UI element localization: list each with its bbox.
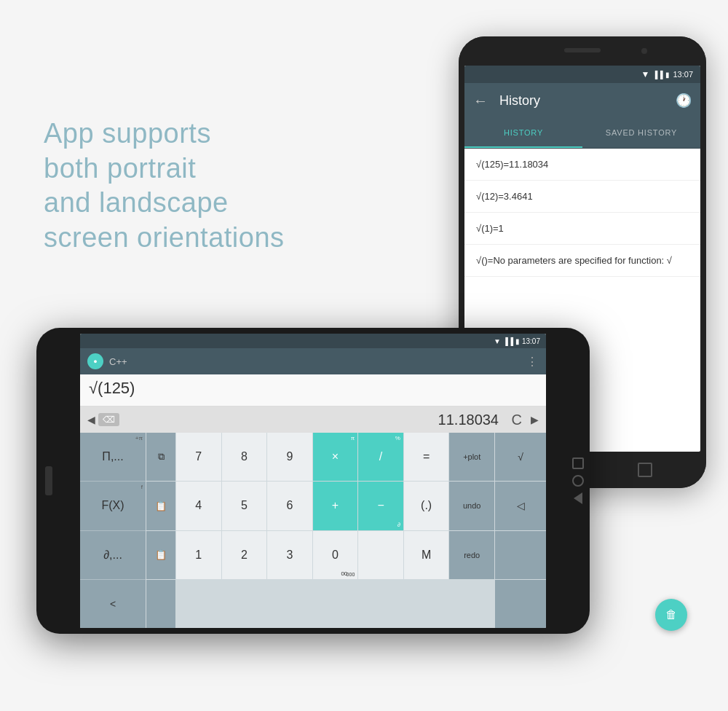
list-item[interactable]: √(12)=3.4641 (464, 181, 700, 213)
key-paste[interactable]: 📋 (146, 482, 175, 530)
status-time: 13:07 (673, 70, 693, 79)
display-expression: √(125) (89, 379, 135, 397)
key-equals[interactable]: = (404, 433, 449, 481)
tagline-text: App supports both portrait and landscape… (44, 117, 285, 255)
key-right-extra[interactable] (495, 531, 546, 579)
list-item[interactable]: √()=No parameters are specified for func… (464, 245, 700, 277)
back-arrow-icon[interactable]: ← (473, 93, 488, 109)
key-plus[interactable]: + (313, 482, 358, 530)
key-5[interactable]: 5 (222, 482, 267, 530)
key-8[interactable]: 8 (222, 433, 267, 481)
left-arrow-icon[interactable]: ◀ (87, 414, 95, 425)
key-3[interactable]: 3 (267, 531, 312, 579)
app-logo-symbol: ● (93, 358, 97, 365)
key-pi[interactable]: Π,... +π (80, 433, 146, 481)
history-list: √(125)=11.18034 √(12)=3.4641 √(1)=1 √()=… (464, 149, 700, 277)
key-memory[interactable]: M (404, 531, 449, 579)
key-2[interactable]: 2 (222, 531, 267, 579)
key-1[interactable]: 1 (176, 531, 221, 579)
portrait-tabs: HISTORY SAVED HISTORY (464, 118, 700, 149)
app-logo: ● (87, 353, 103, 369)
tab-saved-history[interactable]: SAVED HISTORY (582, 118, 700, 148)
landscape-screen: ▼ ▐▐ ▮ 13:07 ● C++ ⋮ √(125) ◀ ⌫ 11.18034… (80, 334, 546, 628)
landscape-status-bar: ▼ ▐▐ ▮ 13:07 (80, 334, 546, 348)
battery-icon: ▮ (665, 71, 670, 79)
tab-history[interactable]: HISTORY (464, 118, 582, 148)
key-0[interactable]: 000000 (313, 531, 358, 579)
back-nav-btn[interactable] (574, 492, 582, 504)
key-share[interactable]: < (80, 580, 146, 628)
cursor-arrows: ◀ ⌫ (87, 413, 119, 426)
keyboard-right: √ ◁ (495, 433, 546, 628)
landscape-phone: ▼ ▐▐ ▮ 13:07 ● C++ ⋮ √(125) ◀ ⌫ 11.18034… (36, 328, 590, 634)
ls-wifi-icon: ▼ (494, 337, 501, 345)
key-label: Π,... (102, 450, 123, 463)
landscape-right-nav (572, 457, 584, 504)
right-arrow-icon[interactable]: ▶ (531, 414, 539, 425)
backspace-button[interactable]: ⌫ (98, 413, 119, 426)
key-4[interactable]: 4 (176, 482, 221, 530)
key-extra-col1r1[interactable]: +plot (449, 433, 494, 481)
app-name: C++ (109, 356, 127, 367)
overflow-menu-icon[interactable]: ⋮ (526, 355, 539, 369)
key-extra-col1r3[interactable]: redo (449, 531, 494, 579)
history-clock-icon[interactable]: 🕐 (676, 93, 692, 109)
key-fx[interactable]: F(X) f (80, 482, 146, 530)
key-divide[interactable]: /% (358, 433, 403, 481)
key-6[interactable]: 6 (267, 482, 312, 530)
key-9[interactable]: 9 (267, 433, 312, 481)
list-item[interactable]: √(1)=1 (464, 213, 700, 245)
key-copy[interactable]: ⧉ (146, 433, 175, 481)
key-multiply[interactable]: ×π (313, 433, 358, 481)
key-extra-col1r2[interactable]: undo (449, 482, 494, 530)
signal-icon: ▐▐ (652, 71, 662, 79)
key-parens[interactable]: (.) (404, 482, 449, 530)
key-7[interactable]: 7 (176, 433, 221, 481)
portrait-status-bar: ▼ ▐▐ ▮ 13:07 (464, 66, 700, 83)
calculator-display: √(125) (80, 374, 546, 406)
key-backtrack[interactable]: ◁ (495, 482, 546, 530)
key-right-extra2[interactable] (495, 580, 546, 628)
key-label: F(X) (101, 499, 124, 512)
recents-nav-button[interactable] (638, 463, 652, 477)
home-nav-btn[interactable] (572, 475, 584, 487)
key-minus[interactable]: −∂ (358, 482, 403, 530)
key-clipboard2[interactable]: 📋 (146, 531, 175, 579)
keyboard: Π,... +π F(X) f ∂,... < ⧉ 📋 📋 (80, 433, 546, 628)
volume-button (45, 466, 52, 495)
key-label: ∂,... (103, 549, 122, 562)
clear-button[interactable]: C (507, 412, 522, 428)
toolbar-title: History (499, 93, 664, 109)
result-row: ◀ ⌫ 11.18034 C ▶ (80, 406, 546, 433)
wifi-icon: ▼ (641, 69, 649, 79)
ls-time: 13:07 (522, 337, 540, 345)
ls-battery-icon: ▮ (515, 337, 520, 345)
ls-signal-icon: ▐▐ (503, 337, 513, 345)
key-partial[interactable]: ∂,... (80, 531, 146, 579)
landscape-toolbar: ● C++ ⋮ (80, 348, 546, 374)
key-sqrt[interactable]: √ (495, 433, 546, 481)
keyboard-left: Π,... +π F(X) f ∂,... < (80, 433, 146, 628)
recents-nav-btn[interactable] (572, 457, 584, 469)
delete-fab-button[interactable]: 🗑 (655, 599, 687, 631)
keyboard-main: 7 8 9 ×π /% = +plot 4 5 6 + −∂ (.) undo … (176, 433, 494, 628)
result-value: 11.18034 (438, 412, 499, 428)
share-icon: < (110, 598, 116, 610)
list-item[interactable]: √(125)=11.18034 (464, 149, 700, 181)
key-empty (146, 580, 175, 628)
key-empty2 (358, 531, 403, 579)
portrait-toolbar: ← History 🕐 (464, 83, 700, 118)
